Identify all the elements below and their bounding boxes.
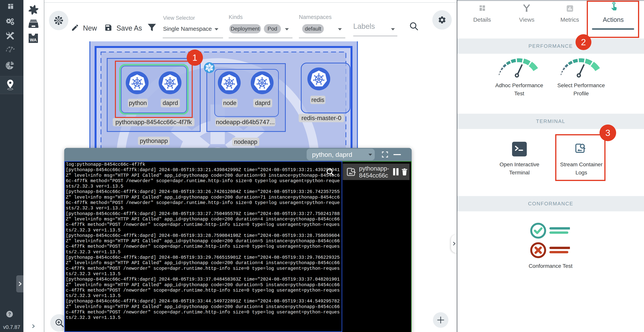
svg-text:?: ? — [8, 312, 11, 317]
svg-text:WA: WA — [30, 37, 37, 42]
